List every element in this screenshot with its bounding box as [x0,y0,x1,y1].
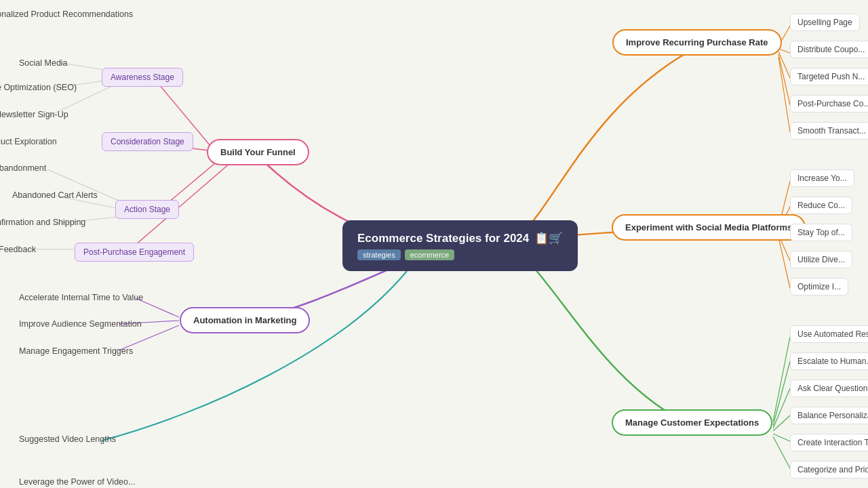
increase-text: Increase Yo... [797,174,847,183]
stay-top-leaf[interactable]: Stay Top of... [790,224,852,241]
confirmation-leaf[interactable]: onfirmation and Shipping [0,215,91,230]
balance-personal-text: Balance Personaliza... [797,411,868,420]
post-purchase-label: Post-Purchase Engagement [83,247,185,257]
utilize-dive-leaf[interactable]: Utilize Dive... [790,251,852,268]
feedback-text: Feedback [0,245,36,254]
product-exploration-leaf[interactable]: roduct Exploration [0,134,62,149]
manage-customer-label: Manage Customer Expectations [625,418,759,428]
cart-abandonment-text: art Abandonment [0,163,46,173]
build-funnel-label: Build Your Funnel [220,147,296,157]
cart-abandonment-leaf[interactable]: art Abandonment [0,161,52,176]
smooth-transact-leaf[interactable]: Smooth Transact... [790,122,868,140]
svg-line-25 [773,361,790,426]
consideration-stage-node[interactable]: Consideration Stage [102,132,193,151]
svg-line-16 [778,52,790,78]
seo-leaf[interactable]: ne Optimization (SEO) [0,80,82,95]
svg-line-23 [778,237,790,288]
tag-strategies[interactable]: strategies [357,249,401,260]
targeted-push-text: Targeted Push N... [797,72,865,81]
center-emoji: 📋🛒 [534,231,563,245]
newsletter-text: Newsletter Sign-Up [0,110,68,119]
svg-line-24 [773,337,790,422]
utilize-dive-text: Utilize Dive... [797,255,845,264]
video-lengths-leaf[interactable]: Suggested Video Lengths [14,432,121,447]
seo-text: ne Optimization (SEO) [0,83,77,92]
svg-line-29 [773,436,790,468]
feedback-leaf[interactable]: Feedback [0,242,41,257]
escalate-human-leaf[interactable]: Escalate to Human... [790,352,868,370]
center-title-text: Ecommerce Strategies for 2024 [357,232,529,245]
center-node-title: Ecommerce Strategies for 2024 📋🛒 [357,231,563,245]
improve-audience-text: Improve Audience Segmentation [19,319,142,329]
manage-triggers-leaf[interactable]: Manage Engagement Triggers [14,344,138,359]
post-purchase-comm-leaf[interactable]: Post-Purchase Co... [790,95,868,113]
post-purchase-comm-text: Post-Purchase Co... [797,99,868,108]
svg-line-17 [778,54,790,105]
awareness-stage-node[interactable]: Awareness Stage [102,68,183,87]
optimize-leaf[interactable]: Optimize I... [790,278,848,296]
reduce-text: Reduce Co... [797,201,845,210]
svg-line-26 [773,388,790,428]
experiment-social-label: Experiment with Social Media Platforms [625,222,792,232]
reduce-leaf[interactable]: Reduce Co... [790,197,852,214]
balance-personal-leaf[interactable]: Balance Personaliza... [790,407,868,424]
automation-marketing-node[interactable]: Automation in Marketing [180,307,310,333]
automated-res-text: Use Automated Res... [797,329,868,339]
upselling-page-leaf[interactable]: Upselling Page [790,14,860,31]
social-media-text: Social Media [19,58,68,68]
manage-triggers-text: Manage Engagement Triggers [19,346,133,356]
automation-label: Automation in Marketing [193,315,296,325]
center-node[interactable]: Ecommerce Strategies for 2024 📋🛒 strateg… [342,220,578,271]
manage-customer-node[interactable]: Manage Customer Expectations [612,409,772,436]
svg-line-15 [778,49,790,53]
create-interaction-text: Create Interaction T... [797,438,868,447]
center-node-tags: strategies ecommerce [357,249,454,260]
video-lengths-text: Suggested Video Lengths [19,434,116,444]
automated-res-leaf[interactable]: Use Automated Res... [790,325,868,343]
ask-clear-text: Ask Clear Question... [797,384,868,393]
build-your-funnel-node[interactable]: Build Your Funnel [207,139,309,165]
confirmation-text: onfirmation and Shipping [0,218,85,227]
mindmap-canvas: Ecommerce Strategies for 2024 📋🛒 strateg… [0,0,868,488]
svg-line-27 [773,415,790,431]
power-video-leaf[interactable]: Leverage the Power of Video... [14,474,140,488]
stay-top-text: Stay Top of... [797,228,845,237]
svg-line-28 [773,434,790,441]
social-media-leaf[interactable]: Social Media [14,56,73,70]
abandoned-cart-text: Abandoned Cart Alerts [12,190,98,200]
improve-audience-leaf[interactable]: Improve Audience Segmentation [14,317,147,331]
personalized-rec-leaf[interactable]: ersonalized Product Recommendations [0,7,138,22]
optimize-text: Optimize I... [797,282,841,291]
personalized-rec-text: ersonalized Product Recommendations [0,9,133,19]
newsletter-leaf[interactable]: Newsletter Sign-Up [0,107,74,122]
action-stage-label: Action Stage [124,205,170,214]
targeted-push-leaf[interactable]: Targeted Push N... [790,68,868,85]
abandoned-cart-leaf[interactable]: Abandoned Cart Alerts [7,188,103,203]
improve-recurring-label: Improve Recurring Purchase Rate [626,37,768,47]
awareness-stage-label: Awareness Stage [111,73,174,82]
create-interaction-leaf[interactable]: Create Interaction T... [790,434,868,451]
distribute-coupon-text: Distribute Coupo... [797,45,865,54]
improve-recurring-node[interactable]: Improve Recurring Purchase Rate [612,29,782,56]
consideration-stage-label: Consideration Stage [111,137,184,146]
experiment-social-node[interactable]: Experiment with Social Media Platforms [612,214,806,241]
power-video-text: Leverage the Power of Video... [19,477,135,487]
categorize-leaf[interactable]: Categorize and Prio... [790,461,868,479]
accelerate-leaf[interactable]: Accelerate Internal Time to Value [14,290,149,305]
ask-clear-leaf[interactable]: Ask Clear Question... [790,380,868,397]
accelerate-text: Accelerate Internal Time to Value [19,293,143,302]
tag-ecommerce[interactable]: ecommerce [405,249,454,260]
product-exploration-text: roduct Exploration [0,137,57,146]
upselling-page-text: Upselling Page [797,18,852,27]
categorize-text: Categorize and Prio... [797,465,868,474]
post-purchase-node[interactable]: Post-Purchase Engagement [75,243,194,262]
distribute-coupon-leaf[interactable]: Distribute Coupo... [790,41,868,58]
escalate-human-text: Escalate to Human... [797,357,868,366]
increase-leaf[interactable]: Increase Yo... [790,169,854,187]
action-stage-node[interactable]: Action Stage [115,200,179,219]
svg-line-18 [778,57,790,132]
smooth-transact-text: Smooth Transact... [797,126,866,136]
